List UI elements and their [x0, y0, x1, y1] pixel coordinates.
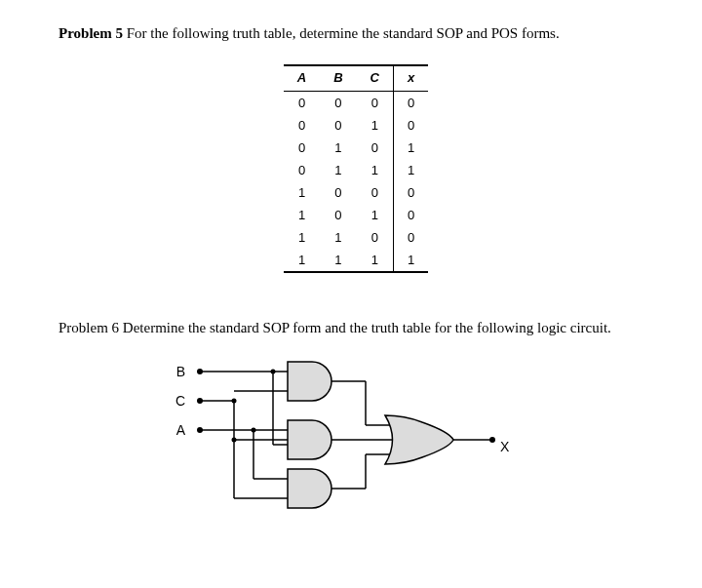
table-cell: 1: [357, 249, 394, 272]
table-cell: 0: [393, 92, 428, 115]
truth-table-header-row: A B C x: [284, 65, 428, 92]
table-cell: 0: [393, 181, 428, 204]
table-cell: 1: [284, 249, 320, 272]
table-cell: 0: [357, 226, 394, 249]
table-row: 0101: [284, 137, 428, 159]
table-cell: 0: [320, 114, 356, 137]
table-cell: 0: [393, 204, 428, 226]
table-cell: 0: [284, 114, 320, 137]
table-row: 1100: [284, 226, 428, 249]
and-gate-1: [288, 362, 332, 401]
table-cell: 0: [284, 137, 320, 159]
table-cell: 1: [357, 114, 394, 137]
table-cell: 1: [320, 159, 356, 181]
truth-table: A B C x 00000010010101111000101011001111: [284, 64, 428, 273]
table-cell: 1: [284, 181, 320, 204]
problem5-statement: Problem 5 For the following truth table,…: [58, 23, 653, 43]
table-cell: 0: [284, 159, 320, 181]
table-cell: 0: [284, 92, 320, 115]
truth-table-container: A B C x 00000010010101111000101011001111: [58, 64, 653, 273]
table-row: 1000: [284, 181, 428, 204]
and-gate-3: [288, 469, 332, 508]
table-cell: 1: [357, 159, 394, 181]
table-cell: 1: [393, 159, 428, 181]
col-header-A: A: [284, 65, 320, 92]
table-cell: 1: [320, 226, 356, 249]
table-cell: 1: [393, 137, 428, 159]
problem6-label: Problem 6: [58, 320, 119, 335]
problem5-text: For the following truth table, determine…: [123, 25, 560, 41]
and-gate-2: [288, 420, 332, 459]
col-header-x: x: [393, 65, 428, 92]
table-row: 0111: [284, 159, 428, 181]
table-cell: 0: [320, 181, 356, 204]
table-cell: 0: [393, 226, 428, 249]
table-cell: 1: [320, 137, 356, 159]
problem5-label: Problem 5: [58, 25, 123, 41]
logic-circuit-diagram: B C A: [161, 352, 551, 518]
input-label-B: B: [176, 364, 185, 379]
table-row: 0010: [284, 114, 428, 137]
table-cell: 0: [320, 92, 356, 115]
or-gate: [385, 415, 453, 464]
table-cell: 0: [357, 92, 394, 115]
output-label-X: X: [500, 439, 510, 454]
terminal-X: [489, 437, 495, 443]
page: Problem 5 For the following truth table,…: [0, 0, 702, 528]
table-cell: 0: [393, 114, 428, 137]
problem6-statement: Problem 6 Determine the standard SOP for…: [58, 318, 653, 337]
table-row: 0000: [284, 92, 428, 115]
table-cell: 0: [320, 204, 356, 226]
input-label-C: C: [176, 393, 185, 409]
junction-dot: [232, 398, 237, 403]
col-header-B: B: [320, 65, 356, 92]
table-cell: 1: [320, 249, 356, 272]
logic-circuit-container: B C A: [58, 352, 653, 518]
problem6-text: Determine the standard SOP form and the …: [119, 320, 611, 335]
table-row: 1111: [284, 249, 428, 272]
table-row: 1010: [284, 204, 428, 226]
col-header-C: C: [357, 65, 394, 92]
table-cell: 1: [284, 226, 320, 249]
table-cell: 0: [357, 181, 394, 204]
truth-table-body: 00000010010101111000101011001111: [284, 92, 428, 273]
junction-dot: [271, 369, 276, 373]
table-cell: 1: [357, 204, 394, 226]
table-cell: 1: [284, 204, 320, 226]
table-cell: 0: [357, 137, 394, 159]
input-label-A: A: [176, 422, 186, 438]
table-cell: 1: [393, 249, 428, 272]
